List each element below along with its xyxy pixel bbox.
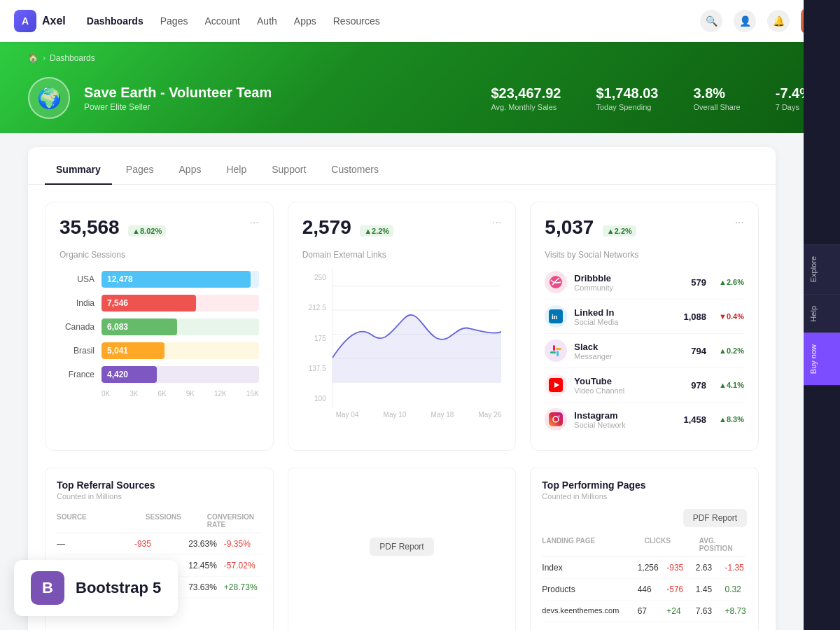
stat-value-spending: $1,748.03: [596, 85, 659, 102]
organic-sessions-value: 35,568: [59, 216, 120, 238]
linkedin-icon: in: [545, 305, 567, 328]
buy-now-button[interactable]: Buy now: [804, 332, 840, 385]
bar-row-canada: Canada 6,083: [59, 318, 259, 335]
chart-x-labels: May 04 May 10 May 18 May 26: [302, 411, 502, 419]
tab-summary[interactable]: Summary: [45, 158, 112, 185]
nav-resources[interactable]: Resources: [333, 13, 380, 29]
stat-label-spending: Today Spending: [596, 103, 659, 111]
bar-label-usa: USA: [59, 274, 94, 284]
social-visits-badge: ▲2.2%: [603, 225, 636, 237]
bar-track-usa: 12,478: [102, 271, 259, 288]
top-pages-subtitle: Counted in Millions: [542, 492, 747, 500]
bar-label-france: France: [59, 370, 94, 379]
logo-area[interactable]: A Axel: [14, 10, 66, 32]
tab-apps[interactable]: Apps: [168, 158, 213, 185]
hero-subtitle: Power Elite Seller: [84, 102, 272, 112]
referral-header: SOURCE SESSIONS CONVERSION RATE: [57, 509, 262, 533]
social-row-linkedin: in Linked In Social Media 1,088 ▼0.4%: [545, 300, 744, 334]
stat-label-monthly: Avg. Monthly Sales: [491, 103, 561, 111]
bootstrap-label: Bootstrap 5: [76, 579, 161, 597]
domain-links-menu[interactable]: ···: [492, 216, 501, 229]
hero-text: Save Earth - Volunteer Team Power Elite …: [84, 85, 272, 112]
tab-customers[interactable]: Customers: [320, 158, 390, 185]
linkedin-name: Linked In Social Media: [574, 307, 676, 326]
stat-monthly-sales: $23,467.92 Avg. Monthly Sales: [491, 85, 561, 111]
hero-banner: 🏠 › Dashboards 🌍 Save Earth - Volunteer …: [0, 42, 840, 133]
stat-value-monthly: $23,467.92: [491, 85, 561, 102]
social-row-instagram: Instagram Social Network 1,458 ▲8.3%: [545, 402, 744, 436]
line-chart-svg: [332, 268, 502, 408]
bar-label-canada: Canada: [59, 322, 94, 332]
stat-value-share: 3.8%: [693, 85, 740, 102]
bar-row-brasil: Brasil 5,041: [59, 342, 259, 359]
svg-rect-10: [550, 351, 556, 354]
instagram-icon: [545, 408, 567, 430]
metric-domain-links: 2,579 ▲2.2% ··· Domain External Links 25…: [288, 202, 517, 451]
svg-rect-11: [556, 348, 561, 350]
social-visits-menu[interactable]: ···: [735, 216, 744, 229]
social-visits-value: 5,037: [545, 216, 594, 238]
search-icon[interactable]: 🔍: [700, 10, 722, 32]
nav-account[interactable]: Account: [204, 13, 240, 29]
organic-sessions-badge: ▲8.02%: [128, 225, 166, 237]
tab-help[interactable]: Help: [215, 158, 258, 185]
breadcrumb-current: Dashboards: [50, 53, 95, 63]
bar-fill-france: 4,420: [102, 366, 157, 383]
help-button[interactable]: Help: [804, 294, 840, 333]
table-row: Products 446 -576 1.45 0.32: [542, 579, 747, 601]
bar-fill-canada: 6,083: [102, 318, 177, 335]
nav-auth[interactable]: Auth: [257, 13, 277, 29]
social-row-slack: Slack Messanger 794 ▲0.2%: [545, 334, 744, 368]
hero-content: 🌍 Save Earth - Volunteer Team Power Elit…: [28, 77, 272, 119]
bar-track-canada: 6,083: [102, 318, 259, 335]
metric-organic-sessions: 35,568 ▲8.02% ··· Organic Sessions USA 1…: [45, 202, 274, 451]
bar-track-brasil: 5,041: [102, 342, 259, 359]
tabs-bar: Summary Pages Apps Help Support Customer…: [28, 147, 776, 185]
svg-rect-14: [549, 412, 563, 426]
svg-rect-9: [556, 351, 559, 356]
hero-stats: $23,467.92 Avg. Monthly Sales $1,748.03 …: [491, 85, 812, 111]
top-pages-title: Top Performing Pages: [542, 479, 747, 491]
profile-icon[interactable]: 👤: [734, 10, 756, 32]
bar-fill-india: 7,546: [102, 295, 196, 312]
organic-sessions-menu[interactable]: ···: [249, 216, 258, 229]
stat-label-share: Overall Share: [693, 103, 740, 111]
svg-rect-8: [553, 345, 555, 351]
breadcrumb-sep: ›: [43, 53, 46, 63]
hero-logo: 🌍: [28, 77, 70, 119]
referral-title: Top Referral Sources: [57, 479, 262, 491]
nav-dashboards[interactable]: Dashboards: [87, 13, 144, 29]
brand-name: Axel: [42, 15, 66, 27]
stat-today-spending: $1,748.03 Today Spending: [596, 85, 659, 111]
pdf-report-button[interactable]: PDF Report: [370, 538, 433, 556]
top-pages-header: LANDING PAGE CLICKS AVG. POSITION: [542, 533, 747, 557]
breadcrumb-home[interactable]: 🏠: [28, 53, 38, 63]
notifications-icon[interactable]: 🔔: [767, 10, 790, 32]
top-navigation: A Axel Dashboards Pages Account Auth App…: [0, 0, 840, 42]
explore-button[interactable]: Explore: [804, 244, 840, 293]
bar-chart: USA 12,478 India 7,546 Canada: [59, 271, 259, 398]
dashboard-grid: 35,568 ▲8.02% ··· Organic Sessions USA 1…: [28, 185, 776, 468]
tab-support[interactable]: Support: [260, 158, 317, 185]
domain-links-badge: ▲2.2%: [360, 225, 393, 237]
line-chart-area: 250 212.5 175 137.5 100: [302, 268, 502, 419]
dribbble-icon: [545, 271, 567, 293]
tab-pages[interactable]: Pages: [115, 158, 165, 185]
pdf-report-button-2[interactable]: PDF Report: [683, 509, 747, 527]
domain-links-label: Domain External Links: [302, 250, 502, 260]
logo-icon: A: [14, 10, 36, 32]
youtube-name: YouTube Video Channel: [574, 376, 684, 395]
youtube-icon: [545, 374, 567, 396]
referral-subtitle: Counted in Millions: [57, 492, 262, 500]
nav-pages[interactable]: Pages: [160, 13, 188, 29]
bar-label-india: India: [59, 298, 94, 308]
metric-social-visits: 5,037 ▲2.2% ··· Visits by Social Network…: [530, 202, 759, 451]
nav-apps[interactable]: Apps: [294, 13, 316, 29]
nav-links: Dashboards Pages Account Auth Apps Resou…: [87, 13, 380, 29]
social-row-youtube: YouTube Video Channel 978 ▲4.1%: [545, 368, 744, 402]
bar-row-india: India 7,546: [59, 295, 259, 312]
table-row: devs.keenthemes.com 67 +24 7.63 +8.73: [542, 601, 747, 622]
bar-fill-brasil: 5,041: [102, 342, 164, 359]
svg-text:in: in: [552, 313, 558, 321]
organic-sessions-label: Organic Sessions: [59, 250, 259, 260]
